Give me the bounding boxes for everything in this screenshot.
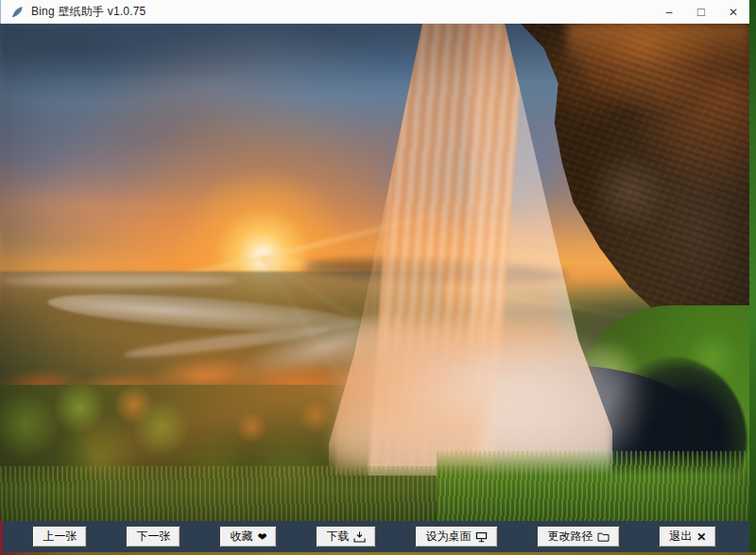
toolbar: 上一张 下一张 收藏 ❤ 下载 设为桌面 [0,521,749,552]
screen: Bing 壁纸助手 v1.0.75 – □ ✕ [0,0,756,555]
vignette [0,24,749,521]
set-wallpaper-button[interactable]: 设为桌面 [415,526,498,547]
download-icon [353,531,366,543]
close-icon: ✕ [696,531,706,543]
folder-icon [597,531,610,543]
maximize-button[interactable]: □ [685,0,717,24]
desktop-background-strip-right [749,0,756,555]
desktop-background-strip-left [0,519,3,553]
window-controls: – □ ✕ [653,0,749,24]
close-button[interactable]: ✕ [717,0,749,24]
prev-button-label: 上一张 [43,529,77,545]
set-wallpaper-button-label: 设为桌面 [425,529,471,545]
change-path-button[interactable]: 更改路径 [537,526,620,547]
exit-button[interactable]: 退出 ✕ [659,526,716,547]
prev-button[interactable]: 上一张 [32,526,87,547]
heart-icon: ❤ [257,531,266,543]
window-title: Bing 壁纸助手 v1.0.75 [31,4,146,20]
exit-button-label: 退出 [669,529,692,545]
next-button-label: 下一张 [136,529,170,545]
feather-app-icon [10,6,24,19]
favorite-button[interactable]: 收藏 ❤ [219,526,277,547]
monitor-icon [475,531,488,543]
wallpaper-image [0,24,749,521]
app-window: Bing 壁纸助手 v1.0.75 – □ ✕ [0,0,749,552]
download-button[interactable]: 下载 [316,526,376,547]
download-button-label: 下载 [326,529,349,545]
minimize-button[interactable]: – [653,0,685,24]
favorite-button-label: 收藏 [230,529,252,545]
next-button[interactable]: 下一张 [126,526,180,547]
change-path-button-label: 更改路径 [547,529,593,545]
titlebar[interactable]: Bing 壁纸助手 v1.0.75 – □ ✕ [0,0,749,24]
